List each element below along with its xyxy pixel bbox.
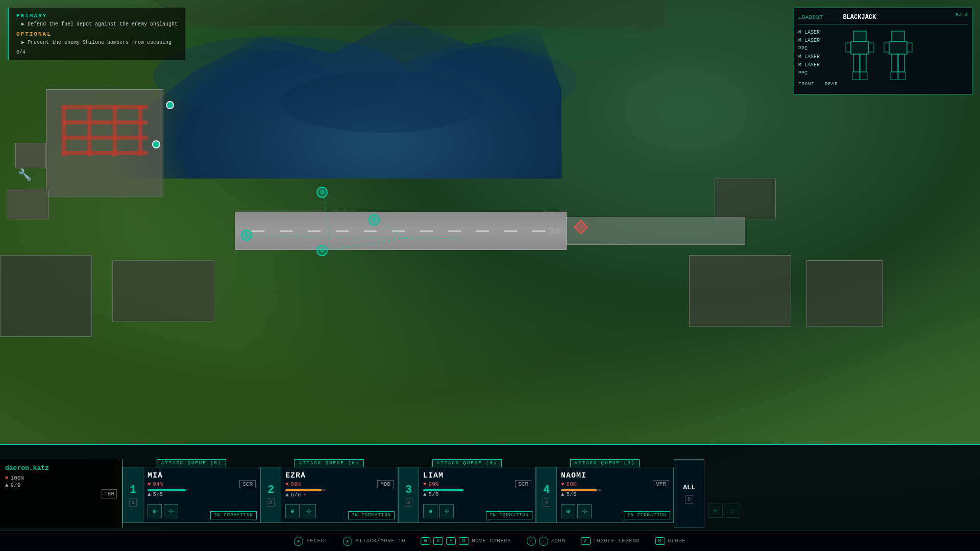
ctrl-attack-label: ATTACK/MOVE TO bbox=[355, 538, 405, 544]
unit-type-mia: SCR bbox=[239, 480, 256, 488]
player-armor: 9/9 bbox=[11, 482, 21, 488]
zoom-down-icon: ↓ bbox=[539, 537, 548, 546]
airport-terminal bbox=[46, 89, 163, 196]
loadout-label: LOADOUT bbox=[798, 15, 823, 20]
structure-right-3 bbox=[715, 179, 776, 219]
unit-card-ezra[interactable]: 2 2 EZRA ♥ 89% MDD ▲ 6/6 ⚡ bbox=[260, 467, 398, 523]
unit-armor-mia: 5/5 bbox=[153, 491, 163, 497]
svg-rect-13 bbox=[860, 54, 866, 72]
unit-card-naomi[interactable]: 4 4 NAOMI ♥ 88% VPR ▲ 5/5 bbox=[536, 467, 674, 523]
svg-rect-20 bbox=[884, 43, 889, 52]
unit-health-icon-mia: ♥ bbox=[148, 481, 151, 487]
bottom-hud: daeron.katz ♥ 100% ▲ 9/9 TBR ATTACK QUEU… bbox=[0, 444, 980, 551]
mech-name: BLACKJACK bbox=[843, 14, 876, 21]
attack-queue-label-4: ATTACK QUEUE (0) bbox=[570, 459, 640, 467]
ctrl-close-label: CLOSE bbox=[668, 538, 686, 544]
main-runway: 24 bbox=[235, 212, 567, 250]
map-marker-4: ④ bbox=[369, 214, 380, 226]
unit-type-ezra: MDD bbox=[377, 480, 394, 488]
unit-armor-icon-mia: ▲ bbox=[148, 491, 151, 497]
formation-badge-ezra: IN FORMATION bbox=[348, 511, 395, 519]
svg-rect-23 bbox=[898, 54, 904, 72]
ctrl-zoom: ↑ ↓ ZOOM bbox=[527, 537, 566, 546]
unit-card-mia[interactable]: 1 1 MIA ♥ 94% SCR ▲ 5/5 bbox=[122, 467, 260, 523]
unit-section-liam: ATTACK QUEUE (0) 3 3 LIAM ♥ 99% SCR ▲ bbox=[398, 459, 536, 528]
runway-extension bbox=[567, 217, 745, 245]
all-units-button[interactable]: ALL 5 bbox=[674, 459, 704, 528]
optional-count: 0/4 bbox=[16, 49, 178, 55]
svg-rect-24 bbox=[891, 72, 898, 80]
unit-health-icon-liam: ♥ bbox=[423, 481, 427, 487]
ctrl-move: W A S D MOVE CAMERA bbox=[421, 537, 511, 545]
rear-label: REAR bbox=[825, 82, 838, 87]
unit-icon-btn-2-mia[interactable]: ⊹ bbox=[164, 504, 178, 518]
formation-badge-liam: IN FORMATION bbox=[486, 511, 532, 519]
ctrl-attack: ● ATTACK/MOVE TO bbox=[343, 537, 405, 546]
svg-rect-17 bbox=[851, 41, 869, 54]
unit-icon-btn-1-naomi[interactable]: ⊕ bbox=[561, 504, 575, 518]
unit-armor-naomi: 5/5 bbox=[567, 491, 577, 497]
ctrl-move-label: MOVE CAMERA bbox=[472, 538, 511, 544]
ctrl-w-key: W bbox=[421, 537, 430, 545]
unit-icon-btn-1-liam[interactable]: ⊕ bbox=[423, 504, 437, 518]
mech-rear-view bbox=[881, 29, 915, 90]
warehouse-left bbox=[112, 260, 214, 321]
ctrl-close: B CLOSE bbox=[655, 537, 686, 545]
unit-name-mia: MIA bbox=[148, 471, 256, 480]
unit-name-ezra: EZRA bbox=[285, 471, 394, 480]
waypoint-marker-mid bbox=[152, 140, 160, 148]
building-small-1 bbox=[15, 143, 46, 168]
all-unit-icons: ⊕ ⊹ bbox=[708, 504, 740, 518]
ctrl-select-label: SELECT bbox=[306, 538, 328, 544]
unit-icon-btn-2-ezra[interactable]: ⊹ bbox=[302, 504, 316, 518]
unit-health-icon-ezra: ♥ bbox=[285, 481, 289, 487]
unit-armor-ezra: 6/6 bbox=[291, 492, 301, 498]
all-icon-btn-2[interactable]: ⊹ bbox=[726, 504, 740, 518]
attack-queue-label-1: ATTACK QUEUE (0) bbox=[157, 459, 226, 467]
ctrl-zoom-label: ZOOM bbox=[551, 538, 566, 544]
ctrl-d-key: D bbox=[459, 537, 469, 545]
svg-rect-15 bbox=[860, 72, 867, 80]
attack-icon: ● bbox=[343, 537, 352, 546]
ctrl-s-key: S bbox=[446, 537, 456, 545]
map-marker-1: ① bbox=[316, 245, 328, 256]
mech-hud-panel: LOADOUT BLACKJACK BJ-3 M LASER M LASER P… bbox=[794, 8, 972, 94]
mech-front-view bbox=[843, 29, 876, 90]
unit-name-liam: LIAM bbox=[423, 471, 531, 480]
ctrl-z-key: Z bbox=[581, 537, 591, 545]
unit-number-2: 2 2 bbox=[261, 467, 281, 522]
all-icon-btn-1[interactable]: ⊕ bbox=[708, 504, 723, 518]
svg-rect-21 bbox=[907, 43, 912, 52]
player-mech-type: TBR bbox=[102, 489, 117, 498]
svg-rect-12 bbox=[853, 54, 860, 72]
svg-rect-26 bbox=[892, 31, 904, 41]
unit-armor-icon-liam: ▲ bbox=[423, 491, 427, 497]
svg-rect-10 bbox=[846, 43, 851, 52]
unit-card-liam[interactable]: 3 3 LIAM ♥ 99% SCR ▲ 5/5 bbox=[398, 467, 536, 523]
repair-bay-icon: 🔧 bbox=[18, 168, 32, 182]
unit-health-icon-naomi: ♥ bbox=[561, 481, 565, 487]
front-label: FRONT bbox=[798, 82, 815, 87]
unit-icon-btn-1-ezra[interactable]: ⊕ bbox=[285, 504, 300, 518]
svg-rect-14 bbox=[852, 72, 860, 80]
formation-badge-naomi: IN FORMATION bbox=[624, 511, 670, 519]
unit-section-naomi: ATTACK QUEUE (0) 4 4 NAOMI ♥ 88% VPR ▲ bbox=[536, 459, 674, 528]
svg-rect-25 bbox=[898, 72, 905, 80]
unit-armor-icon-ezra: ▲ bbox=[285, 492, 289, 498]
svg-rect-22 bbox=[892, 54, 898, 72]
unit-number-1: 1 1 bbox=[123, 467, 143, 522]
unit-type-naomi: VPR bbox=[653, 480, 669, 488]
player-armor-icon: ▲ bbox=[5, 482, 9, 488]
unit-icon-btn-2-naomi[interactable]: ⊹ bbox=[577, 504, 592, 518]
waypoint-marker-top bbox=[166, 101, 174, 109]
attack-queue-label-2: ATTACK QUEUE (0) bbox=[295, 459, 364, 467]
all-label: ALL bbox=[683, 484, 695, 491]
optional-label: OPTIONAL bbox=[16, 31, 178, 37]
ctrl-a-key: A bbox=[433, 537, 443, 545]
unit-icon-btn-2-liam[interactable]: ⊹ bbox=[439, 504, 454, 518]
map-marker-2: ② bbox=[241, 230, 252, 241]
unit-type-liam: SCR bbox=[515, 480, 531, 488]
unit-icon-btn-1-mia[interactable]: ⊕ bbox=[148, 504, 162, 518]
unit-number-4: 4 4 bbox=[536, 467, 557, 522]
svg-rect-11 bbox=[869, 43, 874, 52]
